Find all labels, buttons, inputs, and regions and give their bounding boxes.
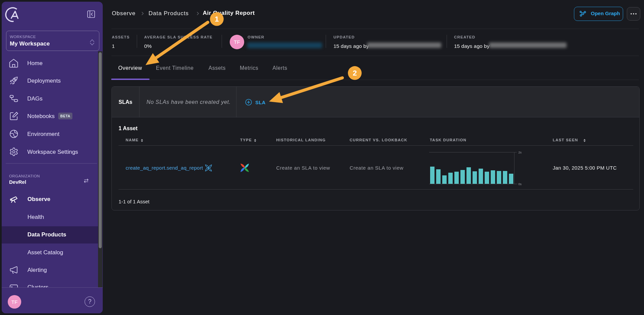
svg-text:0s: 0s	[518, 182, 522, 186]
svg-text:2s: 2s	[518, 151, 522, 154]
svg-text:2: 2	[353, 69, 357, 77]
